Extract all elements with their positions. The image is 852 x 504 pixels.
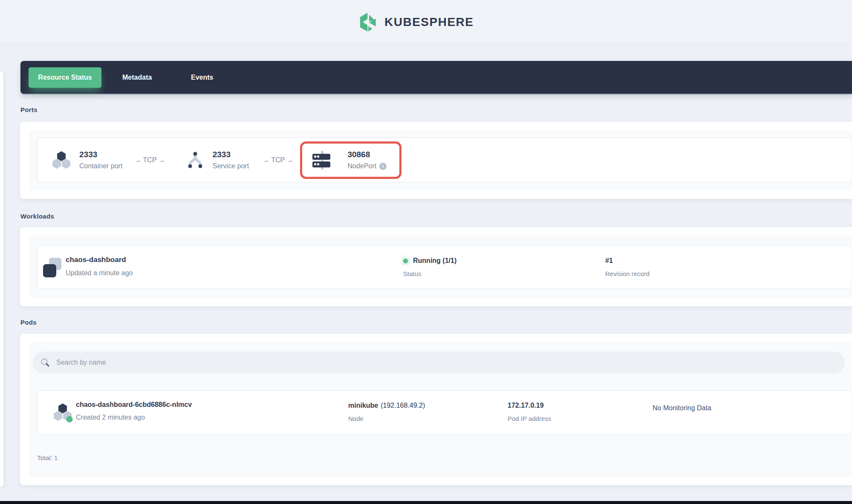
container-port-group: 2333 Container port [52,150,122,170]
container-port-icon [52,151,71,169]
tab-events[interactable]: Events [191,61,213,94]
ports-flow-row[interactable]: 2333 Container port → TCP → 2333 Servi [37,138,852,182]
search-icon [40,358,50,367]
service-port-value: 2333 [213,150,249,159]
workloads-section-title: Workloads [20,213,54,220]
cropped-left-panel-edge [0,71,3,487]
workload-status-dot [403,259,408,263]
service-port-label: Service port [213,162,249,170]
pods-card: chaos-dashboard-6cbd6886c-nlmcv Created … [20,334,852,485]
workload-updated: Updated a minute ago [66,269,133,277]
workload-status-label: Status [403,270,456,277]
workload-revision-value: #1 [605,257,650,265]
container-port-label: Container port [79,162,122,170]
pods-section-title: Pods [20,319,37,326]
pod-row[interactable]: chaos-dashboard-6cbd6886c-nlmcv Created … [37,390,852,435]
ports-panel: 2333 Container port → TCP → 2333 Servi [29,130,852,190]
workloads-panel: chaos-dashboard Updated a minute ago Run… [29,236,852,298]
app-header: KUBESPHERE [0,0,852,44]
workload-name-link[interactable]: chaos-dashboard [66,256,133,264]
pod-ip-value: 172.17.0.19 [508,402,551,409]
kubesphere-logo: KUBESPHERE [359,12,474,33]
pod-monitoring-status: No Monitoring Data [653,404,711,412]
workload-status-value: Running (1/1) [413,257,456,265]
container-port-value: 2333 [79,150,122,159]
deployment-icon [42,257,63,278]
protocol-arrow-2: → TCP → [263,156,293,164]
pod-name-link[interactable]: chaos-dashboard-6cbd6886c-nlmcv [76,401,192,409]
pods-search-bar [32,351,845,374]
search-input[interactable] [56,359,845,366]
pod-node-name: minikube [348,402,378,409]
service-port-group: 2333 Service port [186,150,249,170]
nodeport-label: NodePort [347,162,376,170]
pod-node-ip: (192.168.49.2) [381,402,425,409]
service-port-icon [186,151,205,170]
bottom-edge-strip [0,501,852,504]
kubesphere-logo-icon [359,12,379,33]
workload-row[interactable]: chaos-dashboard Updated a minute ago Run… [37,245,852,289]
kubesphere-logo-text: KUBESPHERE [384,15,474,29]
pod-node-label: Node [348,415,425,422]
pod-icon [53,403,73,423]
protocol-arrow-1: → TCP → [134,156,165,164]
workload-revision-label: Revision record [605,270,650,277]
pods-total-count: Total: 1 [37,454,58,461]
ports-card: 2333 Container port → TCP → 2333 Servi [20,122,852,199]
tab-metadata[interactable]: Metadata [122,61,152,94]
tab-resource-status[interactable]: Resource Status [29,67,101,88]
pod-created: Created 2 minutes ago [76,414,192,421]
nodeport-highlight-box[interactable]: 30868 NodePort i [300,141,401,179]
pod-ip-label: Pod IP address [508,415,551,422]
detail-tab-bar: Resource Status Metadata Events [20,61,852,94]
nodeport-info-icon[interactable]: i [379,163,387,170]
nodeport-value: 30868 [347,150,387,159]
ports-section-title: Ports [20,106,38,113]
pods-panel: chaos-dashboard-6cbd6886c-nlmcv Created … [29,342,852,477]
workloads-card: chaos-dashboard Updated a minute ago Run… [20,227,852,306]
nodeport-servers-icon [312,150,333,170]
